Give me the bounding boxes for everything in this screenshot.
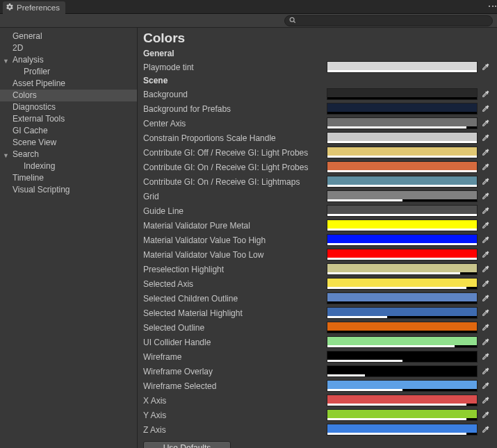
eyedropper-icon[interactable] xyxy=(479,161,491,173)
sidebar-item-profiler[interactable]: Profiler xyxy=(0,66,137,78)
eyedropper-icon[interactable] xyxy=(479,147,491,158)
color-swatch[interactable] xyxy=(327,234,478,246)
alpha-track xyxy=(327,331,477,333)
color-row: Background for Prefabs xyxy=(143,101,491,116)
color-swatch[interactable] xyxy=(327,409,478,421)
color-row: Contribute GI: On / Receive GI: Lightmap… xyxy=(143,174,491,189)
eyedropper-icon[interactable] xyxy=(479,278,491,290)
sidebar-item-visual-scripting[interactable]: Visual Scripting xyxy=(0,184,137,196)
kebab-menu-icon[interactable]: ⋮ xyxy=(493,1,494,12)
color-row-label: Contribute GI: On / Receive GI: Light Pr… xyxy=(143,163,327,172)
color-swatch[interactable] xyxy=(327,88,478,100)
sidebar-item-external-tools[interactable]: External Tools xyxy=(0,113,137,125)
color-swatch[interactable] xyxy=(327,103,478,115)
svg-line-1 xyxy=(293,21,295,23)
color-swatch-color xyxy=(327,235,477,243)
color-swatch[interactable] xyxy=(327,147,478,158)
eyedropper-icon[interactable] xyxy=(479,176,491,188)
sidebar-item-timeline[interactable]: Timeline xyxy=(0,172,137,184)
color-swatch-color xyxy=(327,366,477,374)
color-swatch[interactable] xyxy=(327,424,478,435)
color-swatch-color xyxy=(327,395,477,404)
sidebar-item-colors[interactable]: Colors xyxy=(0,90,137,101)
eyedropper-icon[interactable] xyxy=(479,409,491,421)
color-swatch[interactable] xyxy=(327,292,478,304)
color-swatch[interactable] xyxy=(327,351,478,363)
color-swatch[interactable] xyxy=(327,395,478,406)
search-field[interactable] xyxy=(284,15,493,26)
sidebar-item-search[interactable]: ▼Search xyxy=(0,149,137,160)
eyedropper-icon[interactable] xyxy=(479,395,491,406)
alpha-fill xyxy=(327,214,477,216)
color-swatch[interactable] xyxy=(327,219,478,231)
search-input[interactable] xyxy=(299,17,488,25)
eyedropper-icon[interactable] xyxy=(479,424,491,435)
eyedropper-icon[interactable] xyxy=(479,205,491,217)
color-swatch[interactable] xyxy=(327,61,478,73)
eyedropper-icon[interactable] xyxy=(479,365,491,377)
color-row: Constrain Proportions Scale Handle xyxy=(143,131,491,145)
color-field xyxy=(327,278,491,290)
eyedropper-icon[interactable] xyxy=(479,61,491,73)
sidebar-item-indexing[interactable]: Indexing xyxy=(0,160,137,172)
color-row-label: Z Axis xyxy=(143,425,327,435)
color-swatch[interactable] xyxy=(327,336,478,348)
eyedropper-icon[interactable] xyxy=(479,249,491,260)
eyedropper-icon[interactable] xyxy=(479,132,491,144)
window-tab[interactable]: Preferences xyxy=(3,1,65,14)
eyedropper-icon[interactable] xyxy=(479,336,491,348)
sidebar-item-general[interactable]: General xyxy=(0,31,137,42)
sidebar-item-analysis[interactable]: ▼Analysis xyxy=(0,54,137,66)
eyedropper-icon[interactable] xyxy=(479,219,491,231)
color-swatch[interactable] xyxy=(327,278,478,290)
color-swatch-color xyxy=(327,308,477,316)
color-swatch[interactable] xyxy=(327,263,478,275)
eyedropper-icon[interactable] xyxy=(479,103,491,115)
eyedropper-icon[interactable] xyxy=(479,380,491,392)
color-row-label: Constrain Proportions Scale Handle xyxy=(143,133,327,143)
color-swatch[interactable] xyxy=(327,249,478,260)
eyedropper-icon[interactable] xyxy=(479,307,491,319)
sidebar-item-scene-view[interactable]: Scene View xyxy=(0,137,137,149)
eyedropper-icon[interactable] xyxy=(479,190,491,202)
use-defaults-button[interactable]: Use Defaults xyxy=(143,441,231,448)
eyedropper-icon[interactable] xyxy=(479,117,491,129)
color-swatch-color xyxy=(327,322,477,331)
color-row: Material Validator Pure Metal xyxy=(143,218,491,233)
alpha-track xyxy=(327,287,477,289)
color-swatch[interactable] xyxy=(327,307,478,319)
sidebar-item-gi-cache[interactable]: GI Cache xyxy=(0,125,137,137)
sidebar-item-2d[interactable]: 2D xyxy=(0,42,137,54)
color-row-label: Guide Line xyxy=(143,206,327,216)
eyedropper-icon[interactable] xyxy=(479,322,491,333)
color-field xyxy=(327,161,491,173)
color-field xyxy=(327,88,491,100)
eyedropper-icon[interactable] xyxy=(479,351,491,363)
color-swatch[interactable] xyxy=(327,190,478,202)
color-field xyxy=(327,395,491,406)
color-row-label: Contribute GI: On / Receive GI: Lightmap… xyxy=(143,177,327,187)
color-swatch[interactable] xyxy=(327,205,478,217)
eyedropper-icon[interactable] xyxy=(479,263,491,275)
color-swatch[interactable] xyxy=(327,176,478,188)
titlebar: Preferences ⋮ xyxy=(0,0,497,14)
sidebar-item-asset-pipeline[interactable]: Asset Pipeline xyxy=(0,78,137,90)
color-row-label: Material Validator Value Too High xyxy=(143,235,327,245)
color-swatch[interactable] xyxy=(327,161,478,173)
color-row-label: Grid xyxy=(143,192,327,201)
eyedropper-icon[interactable] xyxy=(479,234,491,246)
alpha-fill xyxy=(327,170,477,172)
color-swatch[interactable] xyxy=(327,117,478,129)
eyedropper-icon[interactable] xyxy=(479,292,491,304)
color-swatch[interactable] xyxy=(327,380,478,392)
eyedropper-icon[interactable] xyxy=(479,88,491,100)
color-swatch-color xyxy=(327,220,477,229)
color-swatch[interactable] xyxy=(327,365,478,377)
color-swatch[interactable] xyxy=(327,132,478,144)
alpha-fill xyxy=(327,185,477,187)
color-field xyxy=(327,205,491,217)
sidebar-item-diagnostics[interactable]: Diagnostics xyxy=(0,101,137,113)
color-row-label: UI Collider Handle xyxy=(143,338,327,347)
color-swatch[interactable] xyxy=(327,322,478,333)
color-row: Selected Outline xyxy=(143,320,491,335)
